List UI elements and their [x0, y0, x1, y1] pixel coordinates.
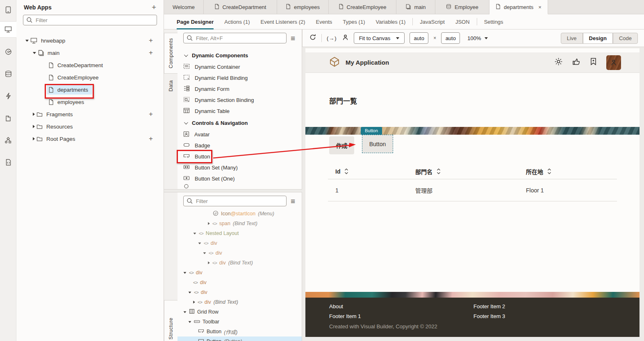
tab-variables[interactable]: Variables (1) [371, 14, 411, 29]
layouts-icon[interactable] [0, 132, 16, 148]
tab-page-designer[interactable]: Page Designer [171, 14, 219, 29]
structure-node-div[interactable]: <> div [177, 238, 302, 248]
footer-link-about[interactable]: About [329, 303, 473, 309]
column-header-location[interactable]: 所在地 [526, 167, 617, 176]
expand-arrow-icon[interactable] [189, 291, 191, 293]
tab-event-listeners[interactable]: Event Listeners (2) [255, 14, 310, 29]
refresh-icon[interactable] [309, 34, 316, 43]
close-tab-icon[interactable]: × [538, 4, 542, 10]
tree-item-departments[interactable]: departments [16, 84, 164, 96]
tab-components[interactable]: Components [164, 33, 177, 74]
web-apps-filter-input[interactable] [23, 15, 157, 25]
source-icon[interactable] [0, 154, 16, 170]
component-dynamic-container[interactable]: Dynamic Container [177, 61, 302, 72]
structure-node-button-create[interactable]: Button (作成) [177, 327, 302, 336]
structure-node-nested-layout[interactable]: <> Nested Layout [177, 228, 302, 238]
collapse-arrow-icon[interactable] [208, 222, 209, 225]
tab-json[interactable]: JSON [450, 14, 475, 29]
add-fragment-button[interactable]: + [149, 111, 153, 117]
footer-link-item2[interactable]: Footer Item 2 [473, 303, 505, 309]
monitor-icon[interactable] [0, 21, 16, 38]
expand-arrow-icon[interactable] [25, 40, 29, 42]
tablet-icon[interactable] [0, 2, 16, 18]
structure-node-div[interactable]: <> div [177, 287, 302, 297]
expand-arrow-icon[interactable] [184, 311, 187, 313]
tab-settings[interactable]: Settings [479, 14, 509, 29]
tree-item-root-pages[interactable]: Root Pages + [16, 133, 164, 145]
extensions-icon[interactable] [0, 110, 16, 126]
component-avatar[interactable]: Avatar [177, 129, 302, 140]
canvas-height-input[interactable] [441, 32, 460, 44]
collapse-arrow-icon[interactable] [193, 301, 195, 304]
expand-arrow-icon[interactable] [189, 321, 191, 323]
structure-node-icon[interactable]: Icon@startIcon (Menu) [177, 209, 302, 219]
tab-departments[interactable]: departments × [489, 0, 548, 14]
tree-item-resources[interactable]: Resources [16, 120, 164, 133]
tree-item-create-employee[interactable]: CreateEmployee [16, 71, 164, 84]
expand-arrow-icon[interactable] [193, 233, 196, 234]
sort-icon[interactable] [547, 168, 551, 174]
mode-design-button[interactable]: Design [583, 33, 613, 44]
tab-welcome[interactable]: Welcome [164, 0, 204, 14]
tab-main[interactable]: main [396, 0, 435, 14]
table-row[interactable]: 1 管理部 Floor 1 [328, 179, 617, 201]
section-controls-navigation[interactable]: Controls & Navigation [177, 117, 302, 129]
mode-live-button[interactable]: Live [561, 33, 583, 44]
component-dynamic-field-binding[interactable]: Dynamic Field Binding [177, 72, 302, 84]
tab-javascript[interactable]: JavaScript [414, 14, 450, 29]
tab-events[interactable]: Events [311, 14, 338, 29]
structure-node-toolbar[interactable]: Toolbar [177, 317, 302, 327]
dropped-button[interactable]: Button [362, 135, 393, 153]
footer-link-item3[interactable]: Footer Item 3 [473, 313, 505, 319]
structure-filter-input[interactable] [183, 196, 287, 206]
structure-node-button-selected[interactable]: Button (Button) [177, 336, 302, 341]
tab-employees[interactable]: employees [277, 0, 329, 14]
service-connections-icon[interactable] [0, 43, 16, 60]
footer-link-item1[interactable]: Footer Item 1 [329, 313, 473, 319]
live-pointer-icon[interactable]: (→) [327, 35, 337, 41]
tab-employee[interactable]: Employee [435, 0, 489, 14]
component-button[interactable]: Button [177, 151, 302, 162]
structure-node-div[interactable]: <> div [177, 248, 302, 258]
structure-node-div[interactable]: <> div [177, 278, 302, 287]
sort-icon[interactable] [344, 168, 348, 174]
structure-node-div-bind-text[interactable]: <> div (Bind Text) [177, 258, 302, 268]
create-button[interactable]: 作成 [329, 136, 354, 154]
structure-node-span[interactable]: <> span (Bind Text) [177, 219, 302, 228]
expand-arrow-icon[interactable] [203, 252, 206, 254]
user-avatar[interactable] [606, 55, 621, 70]
section-dynamic-components[interactable]: Dynamic Components [177, 49, 302, 61]
add-web-app-button[interactable]: + [152, 5, 156, 10]
column-header-name[interactable]: 部門名 [415, 167, 526, 176]
tab-create-employee[interactable]: CreateEmployee [329, 0, 396, 14]
tab-create-department[interactable]: CreateDepartment [204, 0, 277, 14]
expand-arrow-icon[interactable] [198, 242, 201, 244]
tab-data[interactable]: Data [164, 75, 177, 97]
component-badge[interactable]: Badge [177, 140, 302, 151]
component-button-set-one[interactable]: Button Set (One) [177, 173, 302, 184]
collapse-arrow-icon[interactable] [208, 262, 209, 264]
hamburger-menu-icon[interactable]: ≡ [291, 197, 297, 205]
add-page-button[interactable]: + [149, 50, 153, 56]
gear-icon[interactable] [554, 57, 563, 68]
fit-to-canvas-select[interactable]: Fit to Canvas [354, 32, 405, 44]
component-dynamic-form[interactable]: Dynamic Form [177, 84, 302, 95]
component-clipped-item[interactable] [177, 184, 302, 188]
components-filter-input[interactable] [183, 33, 287, 43]
tab-actions[interactable]: Actions (1) [219, 14, 255, 29]
column-header-id[interactable]: Id [328, 168, 415, 175]
user-context-icon[interactable] [342, 34, 349, 43]
structure-node-div[interactable]: <> div [177, 268, 302, 278]
tree-item-create-department[interactable]: CreateDepartment [16, 59, 164, 71]
tree-item-hrwebapp[interactable]: hrwebapp + [16, 34, 164, 47]
mode-code-button[interactable]: Code [613, 33, 638, 44]
bookmark-plus-icon[interactable] [589, 57, 597, 68]
component-dynamic-table[interactable]: Dynamic Table [177, 106, 302, 117]
zoom-select[interactable]: 100% [467, 35, 487, 41]
business-objects-icon[interactable] [0, 65, 16, 82]
canvas-width-input[interactable] [410, 32, 428, 44]
processes-icon[interactable] [0, 88, 16, 104]
add-flow-button[interactable]: + [149, 38, 153, 43]
thumbs-up-icon[interactable] [572, 57, 580, 68]
component-dynamic-section-binding[interactable]: Dynamic Section Binding [177, 95, 302, 106]
